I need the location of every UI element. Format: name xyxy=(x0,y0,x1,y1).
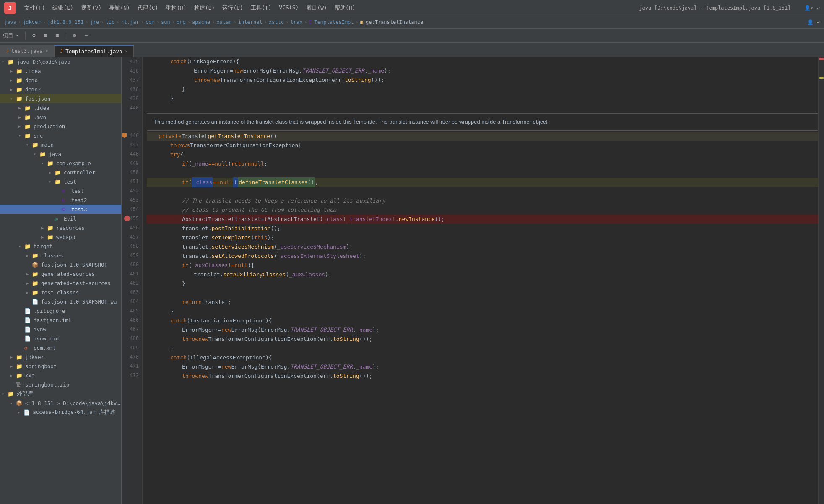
breadcrumb-rtjar[interactable]: rt.jar xyxy=(121,19,139,25)
tree-java-folder[interactable]: ▾ 📁 java xyxy=(0,149,121,158)
tree-test-folder[interactable]: ▾ 📁 test xyxy=(0,177,121,186)
tree-test3[interactable]: ▶ © test3 xyxy=(0,205,121,214)
gear-icon[interactable]: ⚙ xyxy=(70,31,80,41)
tree-demo2[interactable]: ▶ 📁 demo2 xyxy=(0,85,121,94)
menu-build[interactable]: 构建(B) xyxy=(194,4,215,12)
folder-icon: 📁 xyxy=(24,114,32,120)
tree-test-classes[interactable]: ▶ 📁 test-classes xyxy=(0,288,121,297)
tree-fastjson[interactable]: ▾ 📁 fastjson xyxy=(0,94,121,103)
breadcrumb-xalan[interactable]: xalan xyxy=(216,19,231,25)
tree-webapp[interactable]: ▶ 📁 webapp xyxy=(0,232,121,242)
breadcrumb-trax[interactable]: trax xyxy=(290,19,302,25)
java-file-icon: © xyxy=(62,197,70,203)
line-459: 459 xyxy=(122,251,142,260)
code-line-472: throw new TransformerConfigurationExcept… xyxy=(147,372,818,381)
close-panel-icon[interactable]: − xyxy=(81,31,91,41)
tree-pom-xml[interactable]: ▶ ⚙ pom.xml xyxy=(0,343,121,352)
line-460: 460 xyxy=(122,260,142,269)
tree-snapshot[interactable]: ▶ 📦 fastjson-1.0-SNAPSHOT xyxy=(0,260,121,269)
breadcrumb-class[interactable]: TemplatesImpl xyxy=(315,19,354,25)
line-464: 464 xyxy=(122,297,142,306)
tree-access-bridge[interactable]: ▶ 📄 access-bridge-64.jar 库描述 xyxy=(0,408,121,417)
menu-navigate[interactable]: 导航(N) xyxy=(109,4,130,12)
code-line-446: private Translet getTransletInstance() xyxy=(147,132,818,141)
settings-icon[interactable]: ⚙ xyxy=(29,31,39,41)
tree-generated-sources[interactable]: ▶ 📁 generated-sources xyxy=(0,269,121,278)
menu-tools[interactable]: 工具(T) xyxy=(251,4,271,12)
line-461: 461 xyxy=(122,269,142,278)
tree-idea[interactable]: ▶ 📁 .idea xyxy=(0,66,121,75)
menu-edit[interactable]: 编辑(E) xyxy=(52,4,73,12)
breadcrumb-com[interactable]: com xyxy=(146,19,155,25)
tree-generated-test-sources[interactable]: ▶ 📁 generated-test-sources xyxy=(0,278,121,288)
line-451: 451 xyxy=(122,177,142,186)
tree-springboot-zip[interactable]: ▶ 🗜 springboot.zip xyxy=(0,380,121,389)
profile-icon[interactable]: 👤 xyxy=(807,19,814,25)
breadcrumb-jdkver[interactable]: jdkver xyxy=(23,19,41,25)
tree-external-libs[interactable]: ▾ 📁 外部库 xyxy=(0,389,121,398)
folder-icon: 📁 xyxy=(24,105,32,111)
tree-evil[interactable]: ▶ ◎ Evil xyxy=(0,214,121,223)
breadcrumb-internal[interactable]: internal xyxy=(238,19,263,25)
bookmark-indicator xyxy=(122,133,127,138)
tree-test2[interactable]: ▶ © test2 xyxy=(0,195,121,205)
expand-icon: ▶ xyxy=(18,115,24,120)
tree-root-java[interactable]: ▾ 📁 java D:\code\java xyxy=(0,57,121,66)
breadcrumb-org[interactable]: org xyxy=(177,19,186,25)
folder-icon: 📁 xyxy=(47,234,55,240)
tab-templatesimpl[interactable]: J TemplatesImpl.java ✕ xyxy=(55,45,134,57)
tree-demo[interactable]: ▶ 📁 demo xyxy=(0,75,121,85)
code-editor[interactable]: 435 436 437 438 439 440 446 447 448 449 … xyxy=(122,57,824,504)
tree-target[interactable]: ▾ 📁 target xyxy=(0,242,121,251)
close-tab-templatesimpl[interactable]: ✕ xyxy=(125,49,128,54)
tree-xxe[interactable]: ▶ 📁 xxe xyxy=(0,371,121,380)
code-line-461: translet.setAuxiliaryClasses(_auxClasses… xyxy=(147,270,818,279)
tab-label-test3: test3.java xyxy=(11,48,43,54)
menu-file[interactable]: 文件(F) xyxy=(24,4,45,12)
collapse-all-icon[interactable]: ≡ xyxy=(52,31,62,41)
back-arrow-icon[interactable]: ↩ xyxy=(817,19,820,25)
menu-code[interactable]: 代码(C) xyxy=(138,4,158,12)
tree-springboot[interactable]: ▶ 📁 springboot xyxy=(0,361,121,371)
tree-mvnw-cmd[interactable]: ▶ 📄 mvnw.cmd xyxy=(0,334,121,343)
breadcrumb-lib[interactable]: lib xyxy=(106,19,115,25)
tab-test3[interactable]: J test3.java ✕ xyxy=(0,45,55,57)
tree-controller[interactable]: ▶ 📁 controller xyxy=(0,168,121,177)
breadcrumb-jdk[interactable]: jdk1.8.0_151 xyxy=(47,19,84,25)
close-tab-test3[interactable]: ✕ xyxy=(45,48,48,54)
back-icon[interactable]: ↩ xyxy=(817,5,820,11)
tree-gitignore[interactable]: ▶ 📄 .gitignore xyxy=(0,306,121,315)
tree-production[interactable]: ▶ 📁 production xyxy=(0,122,121,131)
menu-view[interactable]: 视图(V) xyxy=(81,4,101,12)
menu-refactor[interactable]: 重构(R) xyxy=(166,4,186,12)
menu-help[interactable]: 帮助(H) xyxy=(335,4,355,12)
tree-src[interactable]: ▾ 📁 src xyxy=(0,131,121,140)
tree-resources[interactable]: ▶ 📁 resources xyxy=(0,223,121,232)
jar-icon: 📦 xyxy=(16,400,23,406)
breadcrumb-jre[interactable]: jre xyxy=(90,19,99,25)
tree-fastjson-idea[interactable]: ▶ 📁 .idea xyxy=(0,103,121,112)
tree-jdk-jar[interactable]: ▾ 📦 < 1.8_151 > D:\code\java\jdkver\ xyxy=(0,398,121,408)
tree-label: resources xyxy=(56,225,121,231)
breadcrumb-xsltc[interactable]: xsltc xyxy=(269,19,284,25)
tree-snapshot-wa[interactable]: ▶ 📄 fastjson-1.0-SNAPSHOT.wa xyxy=(0,297,121,306)
expand-all-icon[interactable]: ≡ xyxy=(41,31,51,41)
tree-classes[interactable]: ▶ 📁 classes xyxy=(0,251,121,260)
tree-jdkver[interactable]: ▶ 📁 jdkver xyxy=(0,352,121,361)
tree-test1[interactable]: ▶ © test xyxy=(0,186,121,195)
code-line-439: } xyxy=(147,94,818,103)
tree-fastjson-iml[interactable]: ▶ 📄 fastjson.iml xyxy=(0,315,121,325)
tree-main[interactable]: ▾ 📁 main xyxy=(0,140,121,149)
menu-window[interactable]: 窗口(W) xyxy=(306,4,327,12)
account-icon[interactable]: 👤▾ xyxy=(804,5,814,11)
breadcrumb-apache[interactable]: apache xyxy=(192,19,210,25)
breadcrumb-sun[interactable]: sun xyxy=(161,19,170,25)
breadcrumb-java[interactable]: java xyxy=(4,19,16,25)
menu-vcs[interactable]: VCS(S) xyxy=(279,4,299,12)
menu-run[interactable]: 运行(U) xyxy=(222,4,243,12)
tree-com-example[interactable]: ▾ 📁 com.example xyxy=(0,158,121,168)
code-lines[interactable]: catch (LinkageError e) { ErrorMsg err = … xyxy=(143,57,818,504)
tree-fastjson-mvn[interactable]: ▶ 📁 .mvn xyxy=(0,112,121,122)
tree-mvnw[interactable]: ▶ 📄 mvnw xyxy=(0,325,121,334)
chevron-down-icon[interactable]: ▾ xyxy=(16,33,18,38)
